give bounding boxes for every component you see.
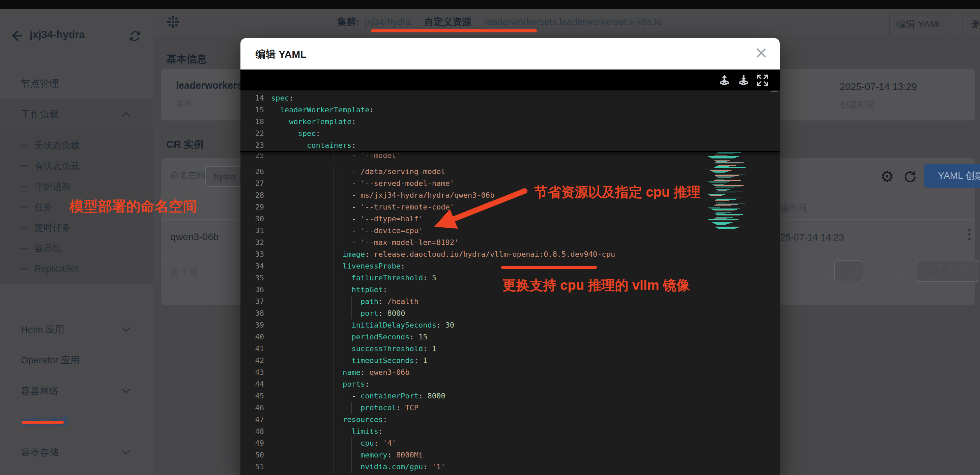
yaml-line-41[interactable]: 41 successThreshold: 1 xyxy=(240,343,780,355)
namespace-label: 命名空间 xyxy=(170,169,205,181)
sidebar-item-8[interactable]: ReplicaSet xyxy=(0,258,153,279)
yaml-line-49[interactable]: 49 cpu: '4' xyxy=(240,437,780,449)
yaml-line-text: spec: xyxy=(271,92,293,104)
yaml-line-48[interactable]: 48 limits: xyxy=(240,426,780,437)
total-count: 共 1 项 xyxy=(170,266,197,278)
yaml-line-15[interactable]: 15 leaderWorkerTemplate: xyxy=(240,104,780,116)
yaml-line-33[interactable]: 33 image: release.daocloud.io/hydra/vllm… xyxy=(240,248,780,260)
dash-icon xyxy=(20,186,28,187)
page-input[interactable]: 1 xyxy=(834,260,863,281)
sidebar-item-4[interactable]: 守护进程 xyxy=(0,176,153,197)
sidebar-item-label: 无状态负载 xyxy=(34,139,80,151)
yaml-line-14[interactable]: 14spec: xyxy=(240,92,780,104)
yaml-line-45[interactable]: 45 - containerPort: 8000 xyxy=(240,390,780,402)
yaml-line-50[interactable]: 50 memory: 8000Mi xyxy=(240,449,780,461)
yaml-line-text: memory: 8000Mi xyxy=(271,449,423,461)
sidebar-item-10[interactable]: Operator 应用 xyxy=(0,345,153,376)
upload-icon[interactable] xyxy=(718,74,731,87)
cr-row-created: 2025-07-14 14:23 xyxy=(770,232,844,243)
yaml-line-31[interactable]: 31 - '--device=cpu' xyxy=(240,225,780,236)
breadcrumb-custom-resources[interactable]: 自定义资源 xyxy=(424,16,471,28)
modal-header: 编辑 YAML × xyxy=(240,38,780,70)
sidebar-item-6[interactable]: 定时任务 xyxy=(0,217,153,238)
sidebar-item-11[interactable]: 容器网络 xyxy=(0,376,153,406)
yaml-line-32[interactable]: 32 - '--max-model-len=8192' xyxy=(240,236,780,248)
sidebar-item-1[interactable]: 工作负载 xyxy=(0,99,153,129)
edit-yaml-button[interactable]: 编辑 YAML xyxy=(889,13,950,36)
switch-cluster-icon[interactable] xyxy=(129,30,141,42)
line-number: 37 xyxy=(240,295,264,307)
prev-page-icon[interactable]: ‹ xyxy=(824,266,829,279)
yaml-line-43[interactable]: 43 name: qwen3-06b xyxy=(240,367,780,378)
yaml-line-47[interactable]: 47 resources: xyxy=(240,414,780,426)
sidebar-item-3[interactable]: 有状态负载 xyxy=(0,156,153,176)
minimap-line xyxy=(715,175,739,176)
line-number: 45 xyxy=(240,390,264,402)
yaml-line-39[interactable]: 39 initialDelaySeconds: 30 xyxy=(240,319,780,331)
yaml-line-25[interactable]: 25 - '--model' xyxy=(240,153,679,160)
next-page-icon[interactable]: › xyxy=(896,266,901,279)
minimap-line xyxy=(716,186,741,187)
yaml-line-26[interactable]: 26 - /data/serving-model xyxy=(240,166,780,177)
chevron-down-icon xyxy=(122,327,130,332)
table-settings-gear-icon[interactable]: ⚙ xyxy=(880,167,894,186)
delete-button[interactable]: 删除 xyxy=(962,13,980,36)
line-number: 47 xyxy=(240,414,264,426)
editor-toolbar xyxy=(240,70,780,91)
yaml-line-22[interactable]: 22 spec: xyxy=(240,128,780,139)
line-number: 34 xyxy=(240,260,264,272)
line-number: 31 xyxy=(240,225,264,236)
minimap-line xyxy=(715,200,729,201)
refresh-icon[interactable] xyxy=(903,170,917,184)
yaml-line-text: - '--served-model-name' xyxy=(271,177,454,189)
sidebar-item-9[interactable]: Helm 应用 xyxy=(0,314,153,345)
yaml-line-text: limits: xyxy=(271,426,383,437)
line-number: 41 xyxy=(240,343,264,355)
cr-row-name[interactable]: qwen3-06b xyxy=(170,231,219,242)
yaml-line-18[interactable]: 18 workerTemplate: xyxy=(240,116,780,128)
sidebar-item-7[interactable]: 容器组 xyxy=(0,238,153,258)
yaml-line-text: ports: xyxy=(271,378,369,390)
yaml-line-text: successThreshold: 1 xyxy=(271,343,436,355)
close-icon[interactable]: × xyxy=(754,43,768,62)
yaml-line-29[interactable]: 29 - '--trust-remote-code' xyxy=(240,201,780,213)
sidebar-item-label: 工作负载 xyxy=(21,108,59,121)
sidebar-item-2[interactable]: 无状态负载 xyxy=(0,135,153,156)
download-icon[interactable] xyxy=(737,74,750,87)
yaml-sticky-scope-lines[interactable]: 14spec:15 leaderWorkerTemplate:18 worker… xyxy=(240,92,780,152)
minimap-line xyxy=(712,159,733,159)
yaml-editor-body[interactable]: 26 - /data/serving-model27 - '--served-m… xyxy=(240,166,780,473)
yaml-line-42[interactable]: 42 timeoutSeconds: 1 xyxy=(240,355,780,367)
yaml-line-38[interactable]: 38 port: 8000 xyxy=(240,307,780,319)
cr-instances-heading: CR 实例 xyxy=(166,138,204,151)
yaml-create-button[interactable]: YAML 创建 xyxy=(924,164,980,188)
yaml-line-44[interactable]: 44 ports: xyxy=(240,378,780,390)
yaml-line-46[interactable]: 46 protocol: TCP xyxy=(240,402,780,414)
sidebar-item-label: 任务 xyxy=(34,201,52,213)
chevron-up-icon xyxy=(122,112,130,117)
fullscreen-icon[interactable] xyxy=(756,74,769,87)
sidebar-item-13[interactable]: 容器存储 xyxy=(0,437,153,467)
row-actions-kebab-icon[interactable] xyxy=(966,227,972,242)
minimap-line xyxy=(716,179,724,180)
sidebar-item-14[interactable]: 配置与密钥 xyxy=(0,467,153,475)
minimap-line xyxy=(718,203,745,203)
breadcrumb-cluster-name[interactable]: jxj34-hydra xyxy=(364,16,411,27)
dash-icon xyxy=(20,227,28,228)
yaml-line-23[interactable]: 23 containers: xyxy=(240,139,780,151)
sidebar-item-0[interactable]: 节点管理 xyxy=(0,68,153,99)
annotation-breadcrumb-underline xyxy=(371,29,537,32)
yaml-line-40[interactable]: 40 periodSeconds: 15 xyxy=(240,331,780,343)
minimap-line xyxy=(708,194,725,194)
page-size-select[interactable]: 10 项 xyxy=(916,260,979,282)
yaml-line-51[interactable]: 51 nvidia.com/gpu: '1' xyxy=(240,461,780,473)
yaml-line-text: resources: xyxy=(271,414,387,426)
yaml-line-text: cpu: '4' xyxy=(271,437,396,449)
line-number: 29 xyxy=(240,201,264,213)
sidebar-header: jxj34-hydra xyxy=(0,9,153,49)
yaml-line-30[interactable]: 30 - '--dtype=half' xyxy=(240,213,780,225)
minimap-line xyxy=(715,162,744,163)
yaml-line-37[interactable]: 37 path: /health xyxy=(240,295,780,307)
back-arrow-icon[interactable] xyxy=(10,29,22,42)
minimap-line xyxy=(710,157,736,158)
